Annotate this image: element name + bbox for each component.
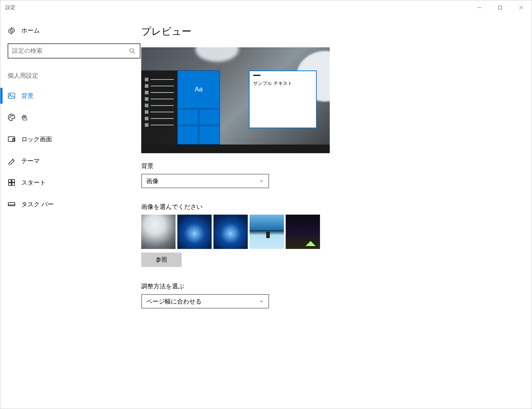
svg-point-4 (10, 30, 13, 32)
sidebar-item-lockscreen[interactable]: ロック画面 (0, 128, 141, 150)
picture-icon (8, 92, 16, 100)
titlebar: 設定 (0, 0, 532, 15)
chevron-down-icon (259, 178, 264, 184)
dropdown-value: 画像 (146, 177, 159, 185)
sidebar-item-taskbar[interactable]: タスク バー (0, 193, 141, 215)
svg-rect-1 (499, 6, 502, 9)
fit-method-dropdown[interactable]: ページ幅に合わせる (141, 294, 269, 309)
image-thumbnail-row (141, 215, 517, 249)
minimize-icon (477, 5, 481, 10)
svg-rect-18 (8, 202, 15, 206)
sidebar-item-label: ロック画面 (21, 135, 52, 143)
search-box[interactable] (8, 43, 140, 59)
image-thumbnail[interactable] (141, 215, 176, 249)
browse-button[interactable]: 参照 (141, 253, 182, 267)
svg-point-11 (12, 116, 13, 116)
taskbar-icon (8, 200, 16, 208)
svg-point-9 (10, 117, 10, 118)
choose-image-label: 画像を選んでください (141, 203, 517, 211)
sidebar-item-label: タスク バー (21, 200, 54, 208)
window-title: 設定 (5, 4, 16, 11)
preview-sample-text: サンプル テキスト (253, 80, 312, 87)
start-icon (8, 178, 16, 186)
lock-screen-icon (8, 135, 16, 143)
svg-rect-16 (9, 183, 11, 185)
theme-icon (8, 157, 16, 165)
sidebar-item-themes[interactable]: テーマ (0, 150, 141, 172)
sidebar: ホーム 個人用設定 背景 色 ロック画面 (0, 15, 141, 409)
close-button[interactable] (511, 0, 532, 15)
preview-taskbar (141, 145, 330, 153)
search-input[interactable] (12, 47, 129, 55)
desktop-preview: Aa サンプル テキスト (141, 47, 330, 153)
category-title: 個人用設定 (8, 72, 141, 80)
gear-icon (8, 27, 16, 35)
image-thumbnail[interactable] (213, 215, 248, 249)
sidebar-item-label: 背景 (21, 92, 34, 100)
background-type-dropdown[interactable]: 画像 (141, 174, 269, 188)
svg-rect-17 (12, 183, 14, 185)
preview-window: サンプル テキスト (249, 70, 317, 128)
svg-point-5 (130, 48, 134, 52)
svg-point-10 (10, 116, 11, 116)
svg-rect-14 (9, 180, 11, 182)
home-button[interactable]: ホーム (0, 23, 141, 38)
fit-method-label: 調整方法を選ぶ (141, 282, 517, 290)
minimize-button[interactable] (469, 0, 490, 15)
palette-icon (8, 113, 16, 121)
preview-bg-blob (195, 47, 239, 62)
sidebar-item-label: スタート (21, 178, 46, 187)
main-content: プレビュー Aa (141, 15, 532, 409)
window-controls (469, 0, 532, 15)
close-icon (519, 5, 523, 10)
preview-start-menu: Aa (141, 70, 220, 145)
preview-accent-bar (253, 75, 260, 76)
sidebar-item-background[interactable]: 背景 (0, 85, 141, 107)
sidebar-item-label: 色 (21, 113, 27, 122)
svg-line-6 (133, 52, 135, 53)
maximize-button[interactable] (490, 0, 511, 15)
dropdown-value: ページ幅に合わせる (146, 297, 202, 306)
svg-rect-15 (12, 180, 14, 182)
image-thumbnail[interactable] (286, 215, 320, 249)
image-thumbnail[interactable] (177, 215, 212, 249)
maximize-icon (498, 5, 502, 10)
sidebar-item-label: テーマ (21, 157, 40, 165)
chevron-down-icon (259, 299, 264, 304)
sidebar-item-colors[interactable]: 色 (0, 107, 141, 128)
background-section-label: 背景 (141, 162, 517, 170)
image-thumbnail[interactable] (250, 215, 284, 249)
search-icon (129, 48, 136, 54)
sidebar-item-start[interactable]: スタート (0, 172, 141, 193)
svg-rect-13 (13, 139, 15, 141)
home-label: ホーム (21, 26, 40, 35)
page-title: プレビュー (141, 25, 517, 38)
